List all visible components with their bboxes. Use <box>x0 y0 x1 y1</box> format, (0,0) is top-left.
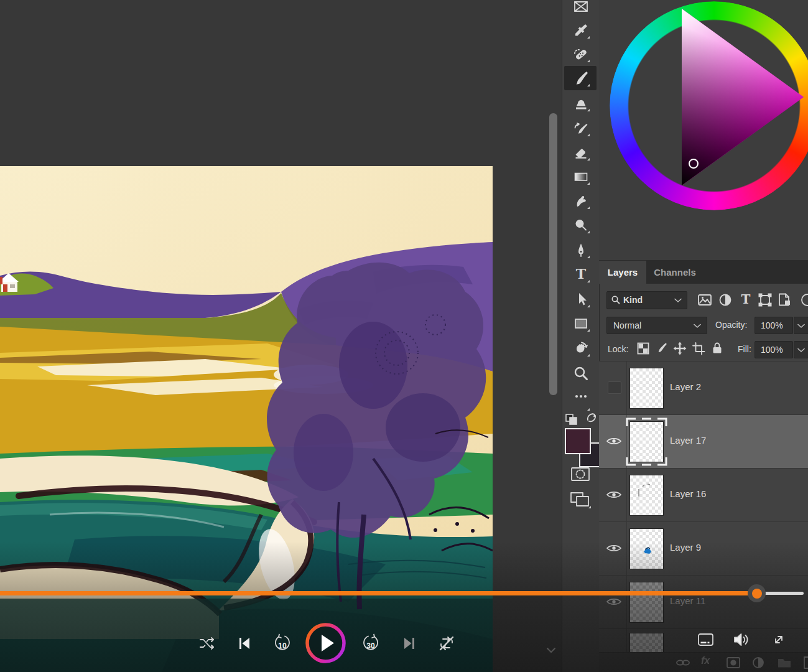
type-tool[interactable]: T <box>573 266 589 282</box>
quick-mask-button[interactable] <box>570 466 590 482</box>
miniplayer-button[interactable] <box>697 633 714 647</box>
lock-transparency-icon[interactable] <box>636 342 650 355</box>
opacity-dropdown-button[interactable] <box>794 317 808 334</box>
chevron-down-icon <box>694 324 701 329</box>
filter-kind-dropdown[interactable]: Kind <box>606 291 687 309</box>
filter-toggle-icon[interactable] <box>799 293 808 307</box>
chevron-down-icon <box>797 348 805 353</box>
play-button[interactable] <box>305 622 346 664</box>
fill-label: Fill: <box>738 344 751 354</box>
layer-name[interactable]: Layer 17 <box>670 435 706 446</box>
layer-name[interactable]: Layer 2 <box>670 381 701 392</box>
layer-row[interactable]: Layer 2 <box>599 361 808 414</box>
rotate-view-tool[interactable] <box>573 340 589 357</box>
repeat-off-button[interactable] <box>438 635 455 652</box>
forward-30-button[interactable]: 30 <box>361 633 381 655</box>
default-colors-icon[interactable] <box>565 413 578 426</box>
filter-image-icon[interactable] <box>697 293 712 307</box>
more-tools-button[interactable] <box>573 392 589 408</box>
history-brush-tool[interactable] <box>573 120 589 136</box>
volume-button[interactable] <box>733 632 750 648</box>
svg-text:T: T <box>576 266 587 282</box>
clone-stamp-tool[interactable] <box>573 95 589 111</box>
filter-type-icon[interactable]: T <box>739 292 753 306</box>
lock-paint-icon[interactable] <box>654 342 668 355</box>
forward-seconds-label: 30 <box>361 642 381 650</box>
filter-adjustment-icon[interactable] <box>718 293 732 307</box>
rewind-10-button[interactable]: 10 <box>272 633 292 655</box>
eraser-tool[interactable] <box>573 144 589 161</box>
spot-healing-brush-tool[interactable] <box>573 46 589 62</box>
slice-tool[interactable] <box>573 0 589 14</box>
opacity-label: Opacity: <box>715 320 747 330</box>
dodge-tool[interactable] <box>573 217 589 233</box>
previous-button[interactable] <box>236 635 253 651</box>
filter-shape-icon[interactable] <box>758 293 773 307</box>
layer-name[interactable]: Layer 16 <box>670 488 706 499</box>
tab-channels[interactable]: Channels <box>646 261 704 284</box>
fill-value: 100% <box>761 342 783 358</box>
timeline-track-remaining[interactable] <box>764 592 804 595</box>
filter-kind-label: Kind <box>623 292 643 308</box>
tab-layers[interactable]: Layers <box>599 261 646 284</box>
canvas-vertical-scrollbar[interactable] <box>549 113 557 395</box>
pen-tool[interactable] <box>573 242 589 258</box>
lock-artboard-icon[interactable] <box>692 342 705 355</box>
fill-dropdown-button[interactable] <box>794 341 808 358</box>
blend-mode-value: Normal <box>613 317 641 334</box>
timeline-played[interactable] <box>0 591 750 595</box>
screen: T <box>0 0 808 672</box>
next-button[interactable] <box>401 635 417 651</box>
layer-row[interactable]: Layer 16 <box>599 468 808 521</box>
fill-value-box[interactable]: 100% <box>755 341 793 358</box>
scrubber-dot <box>752 589 762 599</box>
fullscreen-button[interactable] <box>771 632 787 648</box>
eyedropper-tool[interactable] <box>573 22 589 39</box>
timeline-scrubber-handle[interactable] <box>748 584 766 602</box>
path-select-tool[interactable] <box>573 291 589 307</box>
thumbnail-selection-brackets <box>626 418 667 466</box>
lock-position-icon[interactable] <box>672 341 687 356</box>
shuffle-button[interactable] <box>198 635 215 652</box>
tab-channels-label: Channels <box>654 267 696 278</box>
swap-colors-icon[interactable] <box>585 411 598 424</box>
layer-thumbnail[interactable] <box>629 475 664 516</box>
filter-smart-object-icon[interactable] <box>778 292 792 307</box>
opacity-value: 100% <box>761 317 783 334</box>
layer-thumbnail[interactable] <box>629 368 664 409</box>
tab-layers-label: Layers <box>608 267 638 278</box>
blend-mode-dropdown[interactable]: Normal <box>606 317 707 334</box>
chevron-down-icon <box>674 298 682 303</box>
brush-tool[interactable] <box>573 70 589 86</box>
zoom-tool[interactable] <box>573 365 589 381</box>
svg-text:T: T <box>741 292 751 306</box>
search-icon <box>611 295 621 305</box>
video-bottom-shade <box>0 541 808 672</box>
layer-row-selected[interactable]: Layer 17 <box>599 414 808 468</box>
gradient-tool[interactable] <box>573 169 589 185</box>
rewind-seconds-label: 10 <box>272 642 292 650</box>
smudge-tool[interactable] <box>573 193 589 209</box>
visibility-toggle-empty[interactable] <box>608 381 621 394</box>
eye-icon[interactable] <box>606 490 622 500</box>
shape-tool[interactable] <box>573 315 589 332</box>
opacity-value-box[interactable]: 100% <box>755 317 793 334</box>
chevron-down-icon <box>797 324 805 329</box>
lock-all-icon[interactable] <box>710 341 724 355</box>
screen-mode-button[interactable] <box>570 491 591 508</box>
hsv-triangle[interactable] <box>678 2 808 189</box>
eye-icon[interactable] <box>606 436 622 447</box>
lock-label: Lock: <box>608 344 628 354</box>
foreground-color-swatch[interactable] <box>565 428 591 454</box>
